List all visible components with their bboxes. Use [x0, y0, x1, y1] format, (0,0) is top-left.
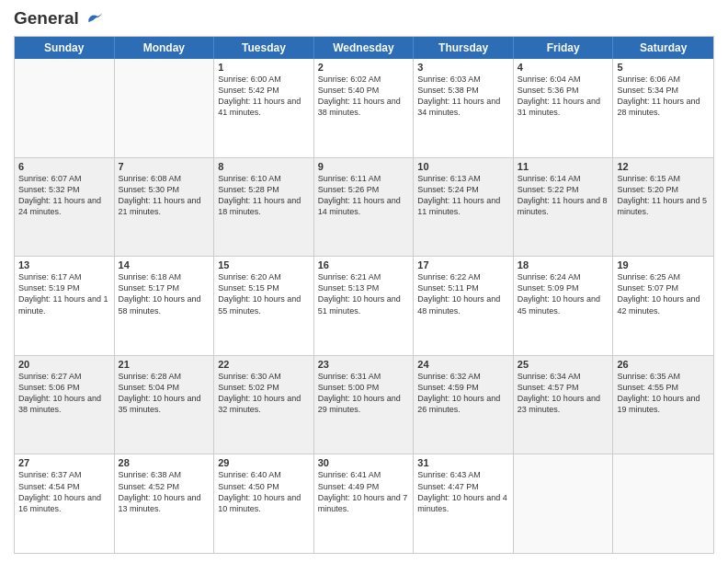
- logo-general: General: [14, 8, 79, 28]
- day-number: 10: [417, 161, 509, 172]
- day-number: 29: [218, 457, 310, 468]
- cell-info: Sunrise: 6:11 AMSunset: 5:26 PMDaylight:…: [318, 173, 410, 218]
- cal-cell: 20Sunrise: 6:27 AMSunset: 5:06 PMDayligh…: [15, 356, 115, 454]
- day-number: 5: [617, 62, 710, 73]
- cal-week-1: 1Sunrise: 6:00 AMSunset: 5:42 PMDaylight…: [15, 59, 713, 158]
- day-number: 11: [518, 161, 609, 172]
- day-number: 25: [518, 359, 609, 370]
- cell-info: Sunrise: 6:17 AMSunset: 5:19 PMDaylight:…: [18, 271, 110, 316]
- day-number: 7: [119, 161, 210, 172]
- cell-info: Sunrise: 6:37 AMSunset: 4:54 PMDaylight:…: [18, 469, 110, 514]
- cal-cell: [613, 454, 713, 553]
- day-number: 16: [318, 259, 410, 270]
- cal-cell: [115, 59, 215, 157]
- day-number: 17: [417, 259, 509, 270]
- cal-cell: 18Sunrise: 6:24 AMSunset: 5:09 PMDayligh…: [514, 257, 614, 355]
- cal-cell: [514, 454, 614, 553]
- cal-cell: 9Sunrise: 6:11 AMSunset: 5:26 PMDaylight…: [314, 158, 415, 257]
- cell-info: Sunrise: 6:00 AMSunset: 5:42 PMDaylight:…: [218, 74, 310, 119]
- day-number: 18: [518, 259, 609, 270]
- day-number: 21: [119, 359, 210, 370]
- logo: General: [14, 9, 104, 29]
- cell-info: Sunrise: 6:40 AMSunset: 4:50 PMDaylight:…: [218, 469, 310, 514]
- header: General: [14, 9, 714, 29]
- calendar-container: General SundayMondayTuesdayWednesdayThur…: [0, 0, 728, 563]
- cell-info: Sunrise: 6:25 AMSunset: 5:07 PMDaylight:…: [617, 271, 710, 316]
- cal-week-2: 6Sunrise: 6:07 AMSunset: 5:32 PMDaylight…: [15, 158, 713, 258]
- logo-bird-icon: [85, 10, 104, 29]
- header-day-saturday: Saturday: [613, 37, 713, 59]
- header-day-wednesday: Wednesday: [314, 37, 415, 59]
- cal-cell: [15, 59, 115, 157]
- cal-cell: 15Sunrise: 6:20 AMSunset: 5:15 PMDayligh…: [214, 257, 314, 355]
- cell-info: Sunrise: 6:03 AMSunset: 5:38 PMDaylight:…: [417, 74, 509, 119]
- cal-cell: 30Sunrise: 6:41 AMSunset: 4:49 PMDayligh…: [314, 454, 415, 553]
- cell-info: Sunrise: 6:02 AMSunset: 5:40 PMDaylight:…: [318, 74, 410, 119]
- cal-week-3: 13Sunrise: 6:17 AMSunset: 5:19 PMDayligh…: [15, 257, 713, 356]
- cell-info: Sunrise: 6:35 AMSunset: 4:55 PMDaylight:…: [617, 371, 710, 416]
- cal-cell: 31Sunrise: 6:43 AMSunset: 4:47 PMDayligh…: [414, 454, 514, 553]
- header-day-tuesday: Tuesday: [214, 37, 314, 59]
- day-number: 6: [18, 161, 110, 172]
- cal-cell: 10Sunrise: 6:13 AMSunset: 5:24 PMDayligh…: [414, 158, 514, 257]
- header-day-thursday: Thursday: [414, 37, 514, 59]
- cell-info: Sunrise: 6:34 AMSunset: 4:57 PMDaylight:…: [518, 371, 609, 416]
- day-number: 20: [18, 359, 110, 370]
- day-number: 19: [617, 259, 710, 270]
- cal-week-5: 27Sunrise: 6:37 AMSunset: 4:54 PMDayligh…: [15, 454, 713, 553]
- day-number: 22: [218, 359, 310, 370]
- cal-cell: 29Sunrise: 6:40 AMSunset: 4:50 PMDayligh…: [214, 454, 314, 553]
- cell-info: Sunrise: 6:06 AMSunset: 5:34 PMDaylight:…: [617, 74, 710, 119]
- cell-info: Sunrise: 6:24 AMSunset: 5:09 PMDaylight:…: [518, 271, 609, 316]
- header-day-friday: Friday: [514, 37, 614, 59]
- day-number: 26: [617, 359, 710, 370]
- cell-info: Sunrise: 6:41 AMSunset: 4:49 PMDaylight:…: [318, 469, 410, 514]
- day-number: 2: [318, 62, 410, 73]
- cell-info: Sunrise: 6:31 AMSunset: 5:00 PMDaylight:…: [318, 371, 410, 416]
- cal-cell: 13Sunrise: 6:17 AMSunset: 5:19 PMDayligh…: [15, 257, 115, 355]
- calendar: SundayMondayTuesdayWednesdayThursdayFrid…: [14, 36, 714, 554]
- cal-cell: 14Sunrise: 6:18 AMSunset: 5:17 PMDayligh…: [115, 257, 215, 355]
- cal-cell: 12Sunrise: 6:15 AMSunset: 5:20 PMDayligh…: [613, 158, 713, 257]
- cal-cell: 28Sunrise: 6:38 AMSunset: 4:52 PMDayligh…: [115, 454, 215, 553]
- day-number: 12: [617, 161, 710, 172]
- cell-info: Sunrise: 6:08 AMSunset: 5:30 PMDaylight:…: [119, 173, 210, 218]
- day-number: 27: [18, 457, 110, 468]
- day-number: 24: [417, 359, 509, 370]
- cal-week-4: 20Sunrise: 6:27 AMSunset: 5:06 PMDayligh…: [15, 356, 713, 455]
- cal-cell: 25Sunrise: 6:34 AMSunset: 4:57 PMDayligh…: [514, 356, 614, 454]
- cell-info: Sunrise: 6:22 AMSunset: 5:11 PMDaylight:…: [417, 271, 509, 316]
- cal-cell: 7Sunrise: 6:08 AMSunset: 5:30 PMDaylight…: [115, 158, 215, 257]
- cell-info: Sunrise: 6:38 AMSunset: 4:52 PMDaylight:…: [119, 469, 210, 514]
- header-day-sunday: Sunday: [15, 37, 115, 59]
- cal-cell: 2Sunrise: 6:02 AMSunset: 5:40 PMDaylight…: [314, 59, 415, 157]
- cal-cell: 24Sunrise: 6:32 AMSunset: 4:59 PMDayligh…: [414, 356, 514, 454]
- cal-cell: 11Sunrise: 6:14 AMSunset: 5:22 PMDayligh…: [514, 158, 614, 257]
- cal-cell: 8Sunrise: 6:10 AMSunset: 5:28 PMDaylight…: [214, 158, 314, 257]
- cal-cell: 3Sunrise: 6:03 AMSunset: 5:38 PMDaylight…: [414, 59, 514, 157]
- cell-info: Sunrise: 6:28 AMSunset: 5:04 PMDaylight:…: [119, 371, 210, 416]
- cell-info: Sunrise: 6:20 AMSunset: 5:15 PMDaylight:…: [218, 271, 310, 316]
- day-number: 31: [417, 457, 509, 468]
- day-number: 8: [218, 161, 310, 172]
- cell-info: Sunrise: 6:04 AMSunset: 5:36 PMDaylight:…: [518, 74, 609, 119]
- cal-cell: 5Sunrise: 6:06 AMSunset: 5:34 PMDaylight…: [613, 59, 713, 157]
- day-number: 13: [18, 259, 110, 270]
- cal-cell: 22Sunrise: 6:30 AMSunset: 5:02 PMDayligh…: [214, 356, 314, 454]
- cal-cell: 6Sunrise: 6:07 AMSunset: 5:32 PMDaylight…: [15, 158, 115, 257]
- cell-info: Sunrise: 6:21 AMSunset: 5:13 PMDaylight:…: [318, 271, 410, 316]
- cal-cell: 16Sunrise: 6:21 AMSunset: 5:13 PMDayligh…: [314, 257, 415, 355]
- cal-cell: 4Sunrise: 6:04 AMSunset: 5:36 PMDaylight…: [514, 59, 614, 157]
- day-number: 15: [218, 259, 310, 270]
- calendar-header: SundayMondayTuesdayWednesdayThursdayFrid…: [15, 37, 713, 59]
- cal-cell: 19Sunrise: 6:25 AMSunset: 5:07 PMDayligh…: [613, 257, 713, 355]
- calendar-body: 1Sunrise: 6:00 AMSunset: 5:42 PMDaylight…: [15, 59, 713, 553]
- cell-info: Sunrise: 6:43 AMSunset: 4:47 PMDaylight:…: [417, 469, 509, 514]
- day-number: 4: [518, 62, 609, 73]
- cal-cell: 17Sunrise: 6:22 AMSunset: 5:11 PMDayligh…: [414, 257, 514, 355]
- day-number: 23: [318, 359, 410, 370]
- cell-info: Sunrise: 6:30 AMSunset: 5:02 PMDaylight:…: [218, 371, 310, 416]
- cell-info: Sunrise: 6:13 AMSunset: 5:24 PMDaylight:…: [417, 173, 509, 218]
- cell-info: Sunrise: 6:14 AMSunset: 5:22 PMDaylight:…: [518, 173, 609, 218]
- cell-info: Sunrise: 6:15 AMSunset: 5:20 PMDaylight:…: [617, 173, 710, 218]
